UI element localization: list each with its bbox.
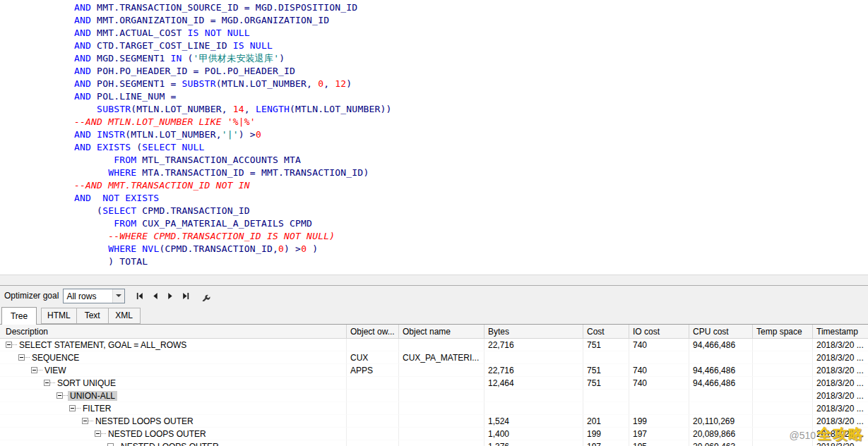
column-header-timestamp[interactable]: Timestamp [813,325,868,338]
tree-connector-line [50,382,55,383]
column-header-object-name[interactable]: Object name [399,325,484,338]
tree-collapse-toggle[interactable] [107,443,114,446]
cell-object-name [399,339,484,351]
tree-collapse-toggle[interactable] [44,380,50,386]
cell-object-name [399,402,484,415]
tree-collapse-toggle[interactable] [95,430,101,437]
minus-icon [20,357,23,358]
cell-object-owner [347,428,399,440]
tab-tree[interactable]: Tree [1,307,37,325]
cell-temp-space [753,364,813,377]
plan-row[interactable]: SELECT STATEMENT, GOAL = ALL_ROWS22,7167… [0,339,868,351]
code-token: AND [74,2,97,13]
plan-row[interactable]: SORT UNIQUE12,46475174094,466,4862018/3/… [0,377,868,390]
code-token: IS NULL [233,40,273,51]
code-line: AND MGD.SEGMENT1 IN ('甲供材未安装退库') [74,52,862,65]
panel-splitter[interactable] [0,275,868,285]
tree-connector-line [101,433,106,434]
tree-collapse-toggle[interactable] [6,342,12,348]
plan-node-label[interactable]: SORT UNIQUE [55,378,118,388]
plan-node-label[interactable]: VIEW [42,366,69,375]
plan-row[interactable]: VIEWAPPS22,71675174094,466,4862018/3/20 … [0,364,868,377]
cell-bytes: 1,400 [484,428,583,440]
code-line: SUBSTR(MTLN.LOT_NUMBER, 14, LENGTH(MTLN.… [74,103,862,116]
tree-collapse-toggle[interactable] [57,392,63,399]
cell-bytes: 12,464 [484,377,583,390]
go-first-button[interactable] [133,290,145,302]
cell-cost [583,351,629,364]
tree-collapse-toggle[interactable] [69,405,76,411]
plan-node-label[interactable]: NESTED LOOPS OUTER [93,416,196,426]
cell-object-owner [347,390,399,402]
plan-row[interactable]: FILTER2018/3/20 ... [0,402,868,415]
tab-html[interactable]: HTML [41,308,77,324]
code-line: AND EXISTS (SELECT NULL [74,141,862,154]
plan-node-label[interactable]: NESTED LOOPS OUTER [119,442,221,446]
cell-temp-space [753,339,813,351]
code-token: ) [307,243,318,254]
plan-row[interactable]: NESTED LOOPS OUTER1,37619719520,069,4632… [0,440,868,446]
tab-xml[interactable]: XML [109,308,141,324]
plan-row[interactable]: UNION-ALL2018/3/20 ... [0,390,868,402]
plan-node-label[interactable]: FILTER [81,404,113,414]
code-line: AND INSTR(MTLN.LOT_NUMBER,'|') >0 [74,128,862,141]
plan-row[interactable]: NESTED LOOPS OUTER1,40019919720,089,8662… [0,428,868,440]
sql-editor[interactable]: AND MMT.TRANSACTION_SOURCE_ID = MGD.DISP… [0,0,868,275]
tree-collapse-toggle[interactable] [31,367,37,373]
code-token: MGD.SEGMENT1 [97,53,170,64]
plan-toolbar: Optimizer goal All rows [0,285,868,306]
column-header-bytes[interactable]: Bytes [484,325,583,338]
plan-node-label[interactable]: UNION-ALL [68,391,117,401]
plan-row[interactable]: SEQUENCECUXCUX_PA_MATERI...2018/3/20 ... [0,351,868,364]
plan-node-label[interactable]: SELECT STATEMENT, GOAL = ALL_ROWS [17,340,189,350]
tab-text[interactable]: Text [77,308,109,324]
column-header-io-cost[interactable]: IO cost [629,325,689,338]
code-token: 0 [256,129,261,140]
cell-cpu-cost: 20,069,463 [689,440,753,446]
code-token: SUBSTR [182,78,216,89]
plan-node-label[interactable]: SEQUENCE [30,353,81,363]
preferences-button[interactable] [199,290,211,302]
code-token: (MTLN.LOT_NUMBER)) [290,104,391,114]
code-token: ( [74,205,102,216]
code-line: ) TOTAL [74,255,862,268]
go-prev-button[interactable] [149,290,161,302]
cell-bytes: 1,376 [484,440,583,446]
go-first-icon [135,291,144,301]
cell-object-name: CUX_PA_MATERI... [399,351,484,364]
code-token: MMT.TRANSACTION_SOURCE_ID = MGD.DISPOSIT… [97,2,357,13]
cell-cost: 197 [583,440,629,446]
cell-io-cost [629,390,689,402]
column-header-cost[interactable]: Cost [583,325,629,338]
column-header-object-owner[interactable]: Object ow... [347,325,399,338]
plan-row[interactable]: NESTED LOOPS OUTER1,52420119920,110,2692… [0,415,868,428]
code-line: --AND MMT.TRANSACTION_ID NOT IN [74,179,862,192]
cell-cost: 751 [583,339,629,351]
tree-connector-line [37,370,42,370]
tree-collapse-toggle[interactable] [82,418,88,424]
go-next-button[interactable] [165,290,177,302]
code-line: AND POL.LINE_NUM = [74,90,862,103]
code-token: ) [346,78,352,89]
column-header-temp-space[interactable]: Temp space [753,325,813,338]
code-token: POH.SEGMENT1 = [97,78,182,89]
column-header-cpu-cost[interactable]: CPU cost [689,325,753,338]
code-token: POH.PO_HEADER_ID = POL.PO_HEADER_ID [97,66,295,76]
minus-icon [83,421,87,421]
cell-timestamp: 2018/3/20 ... [813,402,868,415]
column-header-description[interactable]: Description [0,325,347,338]
minus-icon [58,395,61,396]
tree-collapse-toggle[interactable] [18,354,25,361]
minus-icon [96,433,100,434]
plan-tree-grid: Description Object ow... Object name Byt… [0,324,868,446]
optimizer-goal-select[interactable]: All rows [63,289,125,303]
plan-node-label[interactable]: NESTED LOOPS OUTER [106,429,208,439]
cell-cpu-cost: 20,110,269 [689,415,753,428]
cell-temp-space [753,402,813,415]
go-last-button[interactable] [180,290,192,302]
plan-node: FILTER [0,402,347,415]
code-token: MMT.ORGANIZATION_ID = MGD.ORGANIZATION_I… [97,15,329,25]
code-token: AND EXISTS [74,142,136,152]
code-token: IS NOT NULL [188,28,250,38]
code-token: 0 [278,243,284,254]
